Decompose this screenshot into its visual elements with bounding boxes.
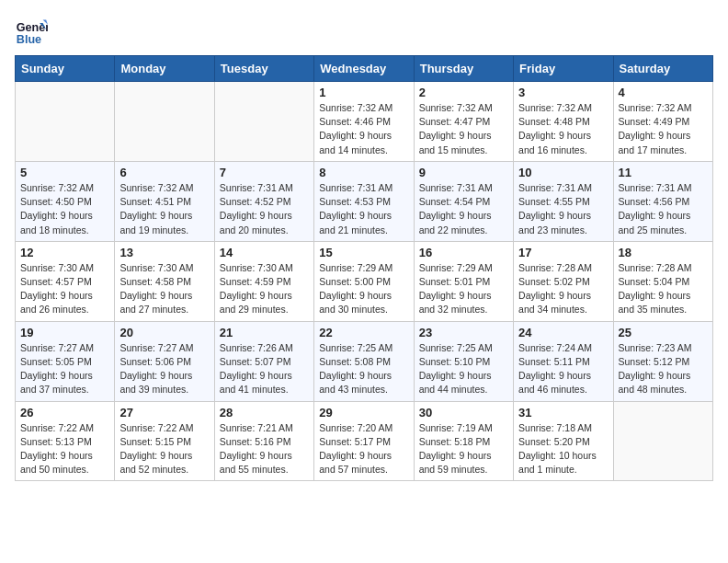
day-detail: Sunrise: 7:25 AM Sunset: 5:10 PM Dayligh… bbox=[419, 341, 508, 397]
day-number: 11 bbox=[619, 166, 708, 179]
page-header: General Blue bbox=[15, 15, 713, 48]
weekday-header-friday: Friday bbox=[514, 56, 613, 82]
day-number: 1 bbox=[319, 86, 408, 99]
day-number: 24 bbox=[518, 326, 608, 339]
day-detail: Sunrise: 7:28 AM Sunset: 5:04 PM Dayligh… bbox=[619, 261, 708, 317]
day-number: 13 bbox=[119, 246, 209, 259]
calendar-cell: 7Sunrise: 7:31 AM Sunset: 4:52 PM Daylig… bbox=[214, 161, 313, 241]
day-number: 2 bbox=[419, 86, 508, 99]
day-number: 6 bbox=[119, 166, 209, 179]
calendar-cell: 11Sunrise: 7:31 AM Sunset: 4:56 PM Dayli… bbox=[613, 161, 712, 241]
day-number: 5 bbox=[20, 166, 109, 179]
week-row-5: 26Sunrise: 7:22 AM Sunset: 5:13 PM Dayli… bbox=[16, 401, 713, 481]
calendar-cell: 10Sunrise: 7:31 AM Sunset: 4:55 PM Dayli… bbox=[514, 161, 613, 241]
day-detail: Sunrise: 7:28 AM Sunset: 5:02 PM Dayligh… bbox=[518, 261, 608, 317]
calendar-cell: 22Sunrise: 7:25 AM Sunset: 5:08 PM Dayli… bbox=[314, 321, 414, 401]
weekday-header-tuesday: Tuesday bbox=[214, 56, 313, 82]
day-detail: Sunrise: 7:18 AM Sunset: 5:20 PM Dayligh… bbox=[518, 421, 608, 477]
day-detail: Sunrise: 7:29 AM Sunset: 5:01 PM Dayligh… bbox=[419, 261, 508, 317]
calendar-cell: 31Sunrise: 7:18 AM Sunset: 5:20 PM Dayli… bbox=[514, 401, 613, 481]
day-number: 15 bbox=[319, 246, 408, 259]
calendar-cell: 27Sunrise: 7:22 AM Sunset: 5:15 PM Dayli… bbox=[115, 401, 214, 481]
logo-icon: General Blue bbox=[15, 15, 48, 48]
day-number: 29 bbox=[319, 406, 408, 419]
day-number: 23 bbox=[419, 326, 508, 339]
day-detail: Sunrise: 7:31 AM Sunset: 4:55 PM Dayligh… bbox=[518, 181, 608, 237]
day-number: 27 bbox=[119, 406, 209, 419]
svg-text:Blue: Blue bbox=[17, 33, 41, 46]
weekday-header-sunday: Sunday bbox=[16, 56, 115, 82]
calendar-table: SundayMondayTuesdayWednesdayThursdayFrid… bbox=[15, 55, 713, 481]
day-number: 9 bbox=[419, 166, 508, 179]
calendar-cell: 3Sunrise: 7:32 AM Sunset: 4:48 PM Daylig… bbox=[514, 82, 613, 162]
calendar-cell: 25Sunrise: 7:23 AM Sunset: 5:12 PM Dayli… bbox=[613, 321, 712, 401]
day-detail: Sunrise: 7:20 AM Sunset: 5:17 PM Dayligh… bbox=[319, 421, 408, 477]
day-detail: Sunrise: 7:21 AM Sunset: 5:16 PM Dayligh… bbox=[220, 421, 309, 477]
day-detail: Sunrise: 7:32 AM Sunset: 4:50 PM Dayligh… bbox=[20, 181, 109, 237]
calendar-cell: 9Sunrise: 7:31 AM Sunset: 4:54 PM Daylig… bbox=[414, 161, 513, 241]
calendar-cell: 15Sunrise: 7:29 AM Sunset: 5:00 PM Dayli… bbox=[314, 241, 414, 321]
day-detail: Sunrise: 7:24 AM Sunset: 5:11 PM Dayligh… bbox=[518, 341, 608, 397]
calendar-cell: 8Sunrise: 7:31 AM Sunset: 4:53 PM Daylig… bbox=[314, 161, 414, 241]
calendar-cell: 28Sunrise: 7:21 AM Sunset: 5:16 PM Dayli… bbox=[214, 401, 313, 481]
calendar-cell: 17Sunrise: 7:28 AM Sunset: 5:02 PM Dayli… bbox=[514, 241, 613, 321]
day-number: 26 bbox=[20, 406, 109, 419]
day-number: 4 bbox=[619, 86, 708, 99]
week-row-4: 19Sunrise: 7:27 AM Sunset: 5:05 PM Dayli… bbox=[16, 321, 713, 401]
calendar-cell: 16Sunrise: 7:29 AM Sunset: 5:01 PM Dayli… bbox=[414, 241, 513, 321]
day-number: 8 bbox=[319, 166, 408, 179]
day-number: 19 bbox=[20, 326, 109, 339]
day-number: 31 bbox=[518, 406, 608, 419]
calendar-cell bbox=[115, 82, 214, 162]
calendar-cell: 19Sunrise: 7:27 AM Sunset: 5:05 PM Dayli… bbox=[16, 321, 115, 401]
day-number: 28 bbox=[220, 406, 309, 419]
logo: General Blue bbox=[15, 15, 48, 48]
day-detail: Sunrise: 7:26 AM Sunset: 5:07 PM Dayligh… bbox=[220, 341, 309, 397]
weekday-header-thursday: Thursday bbox=[414, 56, 513, 82]
calendar-cell: 24Sunrise: 7:24 AM Sunset: 5:11 PM Dayli… bbox=[514, 321, 613, 401]
day-detail: Sunrise: 7:29 AM Sunset: 5:00 PM Dayligh… bbox=[319, 261, 408, 317]
calendar-cell: 29Sunrise: 7:20 AM Sunset: 5:17 PM Dayli… bbox=[314, 401, 414, 481]
day-detail: Sunrise: 7:22 AM Sunset: 5:13 PM Dayligh… bbox=[20, 421, 109, 477]
calendar-cell: 30Sunrise: 7:19 AM Sunset: 5:18 PM Dayli… bbox=[414, 401, 513, 481]
day-number: 14 bbox=[220, 246, 309, 259]
calendar-cell: 12Sunrise: 7:30 AM Sunset: 4:57 PM Dayli… bbox=[16, 241, 115, 321]
day-detail: Sunrise: 7:27 AM Sunset: 5:06 PM Dayligh… bbox=[119, 341, 209, 397]
week-row-3: 12Sunrise: 7:30 AM Sunset: 4:57 PM Dayli… bbox=[16, 241, 713, 321]
day-detail: Sunrise: 7:31 AM Sunset: 4:54 PM Dayligh… bbox=[419, 181, 508, 237]
calendar-cell: 23Sunrise: 7:25 AM Sunset: 5:10 PM Dayli… bbox=[414, 321, 513, 401]
calendar-cell: 21Sunrise: 7:26 AM Sunset: 5:07 PM Dayli… bbox=[214, 321, 313, 401]
weekday-header-row: SundayMondayTuesdayWednesdayThursdayFrid… bbox=[16, 56, 713, 82]
calendar-cell: 6Sunrise: 7:32 AM Sunset: 4:51 PM Daylig… bbox=[115, 161, 214, 241]
calendar-cell bbox=[16, 82, 115, 162]
day-detail: Sunrise: 7:19 AM Sunset: 5:18 PM Dayligh… bbox=[419, 421, 508, 477]
calendar-cell: 1Sunrise: 7:32 AM Sunset: 4:46 PM Daylig… bbox=[314, 82, 414, 162]
day-number: 21 bbox=[220, 326, 309, 339]
calendar-cell bbox=[214, 82, 313, 162]
day-detail: Sunrise: 7:30 AM Sunset: 4:58 PM Dayligh… bbox=[119, 261, 209, 317]
week-row-1: 1Sunrise: 7:32 AM Sunset: 4:46 PM Daylig… bbox=[16, 82, 713, 162]
day-detail: Sunrise: 7:32 AM Sunset: 4:48 PM Dayligh… bbox=[518, 101, 608, 157]
calendar-cell: 5Sunrise: 7:32 AM Sunset: 4:50 PM Daylig… bbox=[16, 161, 115, 241]
calendar-cell: 2Sunrise: 7:32 AM Sunset: 4:47 PM Daylig… bbox=[414, 82, 513, 162]
calendar-cell bbox=[613, 401, 712, 481]
calendar-cell: 4Sunrise: 7:32 AM Sunset: 4:49 PM Daylig… bbox=[613, 82, 712, 162]
day-detail: Sunrise: 7:32 AM Sunset: 4:46 PM Dayligh… bbox=[319, 101, 408, 157]
weekday-header-wednesday: Wednesday bbox=[314, 56, 414, 82]
calendar-cell: 13Sunrise: 7:30 AM Sunset: 4:58 PM Dayli… bbox=[115, 241, 214, 321]
calendar-cell: 26Sunrise: 7:22 AM Sunset: 5:13 PM Dayli… bbox=[16, 401, 115, 481]
day-number: 30 bbox=[419, 406, 508, 419]
week-row-2: 5Sunrise: 7:32 AM Sunset: 4:50 PM Daylig… bbox=[16, 161, 713, 241]
calendar-cell: 18Sunrise: 7:28 AM Sunset: 5:04 PM Dayli… bbox=[613, 241, 712, 321]
day-detail: Sunrise: 7:32 AM Sunset: 4:51 PM Dayligh… bbox=[119, 181, 209, 237]
day-detail: Sunrise: 7:32 AM Sunset: 4:49 PM Dayligh… bbox=[619, 101, 708, 157]
day-number: 25 bbox=[619, 326, 708, 339]
day-detail: Sunrise: 7:23 AM Sunset: 5:12 PM Dayligh… bbox=[619, 341, 708, 397]
day-detail: Sunrise: 7:30 AM Sunset: 4:57 PM Dayligh… bbox=[20, 261, 109, 317]
day-number: 18 bbox=[619, 246, 708, 259]
day-detail: Sunrise: 7:31 AM Sunset: 4:52 PM Dayligh… bbox=[220, 181, 309, 237]
day-number: 20 bbox=[119, 326, 209, 339]
calendar-cell: 20Sunrise: 7:27 AM Sunset: 5:06 PM Dayli… bbox=[115, 321, 214, 401]
day-detail: Sunrise: 7:25 AM Sunset: 5:08 PM Dayligh… bbox=[319, 341, 408, 397]
day-detail: Sunrise: 7:30 AM Sunset: 4:59 PM Dayligh… bbox=[220, 261, 309, 317]
